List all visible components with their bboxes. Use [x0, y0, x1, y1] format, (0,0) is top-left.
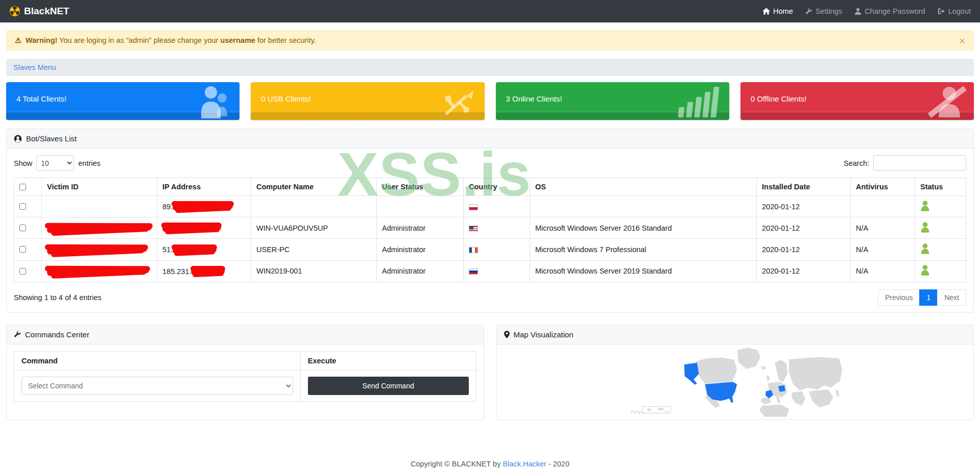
country-flag — [469, 204, 478, 210]
status-cell — [915, 196, 966, 217]
user-circle-icon — [14, 135, 22, 143]
bot-list-header: Bot/Slaves List — [7, 129, 973, 149]
map-marker-icon — [504, 331, 510, 338]
map-poland-highlight — [778, 385, 785, 392]
select-all-checkbox[interactable] — [19, 184, 26, 190]
table-row[interactable]: 185.231. WIN2019-001 Administrator Micro… — [14, 260, 966, 282]
status-cell — [915, 239, 966, 260]
pagination-previous[interactable]: Previous — [878, 289, 920, 306]
map-north-africa — [759, 404, 789, 417]
row-checkbox[interactable] — [19, 268, 26, 275]
os-cell — [530, 196, 757, 217]
nav-logout[interactable]: Logout — [938, 7, 971, 15]
map-alaska-highlight — [684, 362, 699, 385]
send-command-button[interactable]: Send Command — [308, 377, 469, 395]
signal-bars-icon — [678, 85, 722, 117]
col-victim-id: Victim ID — [42, 178, 157, 196]
redacted-ip — [191, 268, 225, 275]
brand-label: BlackNET — [24, 6, 69, 17]
redacted-victim-id — [47, 267, 149, 276]
user-status-cell — [377, 196, 464, 217]
table-row[interactable]: 51. USER-PC Administrator Microsoft Wind… — [14, 239, 966, 260]
online-status-icon — [920, 222, 930, 233]
stat-card-offline-clients[interactable]: 0 Offline Clients! — [740, 82, 974, 120]
warning-icon: ⚠ — [15, 36, 21, 44]
os-cell: Microsoft Windows Server 2019 Standard — [530, 260, 757, 282]
redacted-ip — [173, 246, 217, 253]
user-slash-icon — [928, 85, 967, 118]
col-computer-name: Computer Name — [251, 178, 377, 196]
bot-list-card: Bot/Slaves List XSS.is Show 10 entries S… — [6, 129, 974, 313]
world-map[interactable] — [501, 347, 970, 417]
installed-date-cell: 2020-01-12 — [757, 217, 851, 239]
map-china — [808, 389, 833, 407]
search-input[interactable] — [873, 155, 966, 171]
online-status-icon — [920, 265, 930, 276]
ip-address-cell: 89. — [157, 196, 251, 217]
stat-card-online-clients[interactable]: 3 Online Clients! — [496, 82, 729, 120]
online-status-icon — [920, 243, 930, 254]
computer-name-cell: WIN-VUA6POUV5UP — [251, 217, 377, 239]
bot-list-body: XSS.is Show 10 entries Search: — [7, 149, 973, 312]
slaves-menu-link[interactable]: Slaves Menu — [13, 63, 56, 71]
commands-center-title: Commands Center — [25, 330, 89, 339]
victim-id-cell — [42, 260, 157, 282]
author-link[interactable]: Black.Hacker — [503, 460, 546, 468]
computer-name-cell: WIN2019-001 — [251, 260, 377, 282]
country-flag — [469, 268, 478, 275]
row-checkbox[interactable] — [19, 246, 26, 253]
table-row[interactable]: 89. 2020-01-12 — [14, 196, 966, 217]
nav-home[interactable]: Home — [762, 7, 793, 15]
stat-card-total-clients[interactable]: 4 Total Clients! — [6, 82, 240, 120]
map-body — [497, 344, 974, 419]
home-icon — [762, 8, 770, 15]
alert-close-button[interactable]: × — [959, 35, 965, 47]
commands-center-header: Commands Center — [7, 325, 484, 344]
map-greenland — [737, 348, 760, 369]
map-title: Map Visualization — [514, 330, 573, 339]
victim-id-cell — [42, 217, 157, 239]
user-status-cell: Administrator — [377, 217, 464, 239]
map-japan — [835, 389, 839, 397]
redacted-ip — [162, 225, 221, 232]
nav-settings[interactable]: Settings — [805, 7, 842, 15]
row-checkbox[interactable] — [19, 225, 26, 231]
slaves-menu-bar: Slaves Menu — [6, 59, 974, 76]
warning-alert: ⚠ Warning! You are loging in as "admin" … — [6, 30, 974, 51]
victim-id-cell — [42, 239, 157, 260]
bottom-row: Commands Center Command Execute — [6, 325, 974, 420]
country-cell — [464, 196, 530, 217]
brand[interactable]: BlackNET — [9, 6, 69, 17]
installed-date-cell: 2020-01-12 — [757, 239, 851, 260]
stat-card-usb-clients[interactable]: 0 USB Clients! — [251, 82, 484, 120]
col-antivirus: Antivirus — [851, 178, 915, 196]
ip-address-cell: 51. — [157, 239, 251, 260]
os-cell: Microsoft Windows Server 2016 Standard — [530, 217, 757, 239]
user-icon — [854, 8, 862, 15]
commands-center-card: Commands Center Command Execute — [6, 325, 484, 420]
pagination-next[interactable]: Next — [937, 289, 966, 306]
commands-center-body: Command Execute Select Command — [7, 344, 484, 408]
country-flag — [469, 247, 478, 253]
row-checkbox[interactable] — [19, 203, 26, 210]
page-length-select[interactable]: 10 — [36, 155, 74, 171]
col-os: OS — [530, 178, 757, 196]
col-status: Status — [915, 178, 966, 196]
usb-icon — [441, 85, 477, 117]
commands-table: Command Execute Select Command — [14, 351, 476, 402]
page-footer: Copyright © BLACKNET by Black.Hacker - 2… — [0, 450, 980, 468]
col-installed-date: Installed Date — [757, 178, 851, 196]
map-russia-asia — [788, 357, 842, 390]
table-row[interactable]: WIN-VUA6POUV5UP Administrator Microsoft … — [14, 217, 966, 239]
stats-row: 4 Total Clients! 0 USB Clients! — [6, 82, 974, 120]
ip-address-cell: 185.231. — [157, 260, 251, 282]
nav-change-password[interactable]: Change Password — [854, 7, 925, 15]
command-select[interactable]: Select Command — [21, 377, 293, 395]
online-status-icon — [920, 201, 930, 211]
map-header: Map Visualization — [497, 325, 974, 344]
page-length-control: Show 10 entries — [14, 155, 101, 171]
pagination-page-1[interactable]: 1 — [919, 289, 938, 306]
table-info: Showing 1 to 4 of 4 entries — [14, 293, 102, 302]
col-country: Country — [464, 178, 530, 196]
country-cell — [464, 217, 530, 239]
